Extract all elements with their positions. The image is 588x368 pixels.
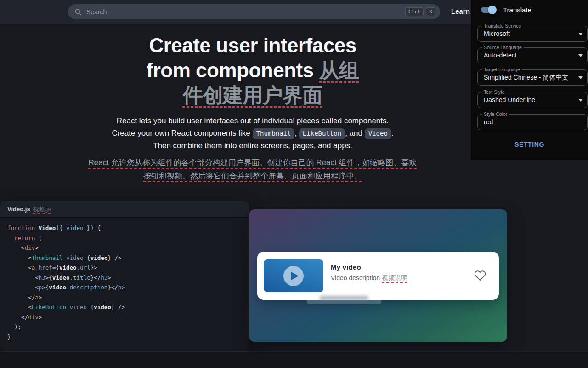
code-line: } bbox=[7, 332, 249, 342]
chevron-down-icon bbox=[578, 99, 583, 102]
field-label: Style Color bbox=[482, 111, 509, 117]
like-heart-icon[interactable] bbox=[474, 270, 486, 282]
field-value: red bbox=[484, 118, 576, 126]
field-label: Source Language bbox=[482, 45, 524, 50]
hero-text-3: Then combine them into entire screens, p… bbox=[153, 141, 352, 150]
field-value: Auto-detect bbox=[484, 52, 576, 59]
kbd-ctrl: Ctrl bbox=[405, 7, 424, 16]
code-line: <h3>{video.title}</h3> bbox=[7, 273, 249, 283]
hero-sep-3: . bbox=[391, 129, 394, 138]
preview-panel: My video Video description 视频说明 bbox=[249, 209, 507, 342]
code-line: <p>{video.description}</p> bbox=[7, 282, 249, 293]
title-cn-part2: 件创建用户界面 bbox=[183, 84, 323, 106]
code-line: return ( bbox=[7, 233, 249, 243]
title-en-line2: from components bbox=[147, 59, 319, 81]
text-style-select[interactable]: Text Style Dashed Underline bbox=[477, 92, 588, 108]
hero-cn-translation: React 允许您从称为组件的各个部分构建用户界面。创建你自己的 React 组… bbox=[87, 156, 418, 183]
chevron-down-icon bbox=[578, 54, 583, 57]
title-cn-part1: 从组 bbox=[319, 59, 359, 81]
source-language-select[interactable]: Source Language Auto-detect bbox=[477, 47, 588, 63]
code-line: </div> bbox=[7, 312, 249, 322]
code-line: </a> bbox=[7, 293, 249, 303]
chevron-down-icon bbox=[578, 33, 583, 35]
code-line: function Video({ video }) { bbox=[7, 223, 249, 233]
hero-sep-1: , bbox=[294, 129, 299, 138]
play-icon bbox=[283, 265, 304, 287]
editor-tab-filename-cn: 视频.js bbox=[33, 205, 51, 213]
field-value: Simplified Chinese - 简体中文 bbox=[484, 74, 576, 82]
field-label: Translate Service bbox=[482, 23, 523, 29]
codechip-likebutton: LikeButton bbox=[299, 128, 345, 139]
chevron-down-icon bbox=[578, 76, 583, 79]
code-line: <LikeButton video={video} /> bbox=[7, 302, 249, 312]
page-title: Create user interfaces from components 从… bbox=[0, 33, 505, 108]
code-line: <div> bbox=[7, 243, 249, 253]
video-title: My video bbox=[331, 263, 407, 271]
code-area[interactable]: function Video({ video }) { return ( <di… bbox=[0, 218, 249, 342]
video-description-en: Video description bbox=[331, 274, 382, 282]
translate-service-select[interactable]: Translate Service Microsoft bbox=[477, 26, 588, 42]
search-input[interactable]: Search Ctrl K bbox=[68, 4, 440, 19]
setting-button[interactable]: SETTING bbox=[471, 141, 588, 148]
translate-toggle-label: Translate bbox=[503, 6, 531, 14]
hero-paragraph: React lets you build user interfaces out… bbox=[87, 115, 418, 183]
nav-link-learn[interactable]: Learn bbox=[451, 7, 470, 15]
hero-text-2: Create your own React components like bbox=[112, 129, 252, 138]
hero-sep-2: , and bbox=[345, 129, 365, 138]
search-icon bbox=[74, 8, 82, 16]
target-language-select[interactable]: Target Language Simplified Chinese - 简体中… bbox=[477, 69, 588, 86]
field-value: Dashed Underline bbox=[484, 96, 576, 104]
codechip-video: Video bbox=[365, 128, 391, 139]
style-color-input[interactable]: Style Color red bbox=[477, 114, 588, 130]
video-description: Video description 视频说明 bbox=[331, 274, 407, 282]
video-description-cn: 视频说明 bbox=[382, 274, 407, 282]
video-thumbnail[interactable] bbox=[264, 259, 323, 292]
field-value: Microsoft bbox=[484, 30, 576, 37]
translate-panel: Translate Translate Service Microsoft So… bbox=[471, 0, 588, 160]
field-label: Target Language bbox=[482, 67, 522, 72]
faded-tooltip bbox=[307, 293, 381, 304]
code-line: ); bbox=[7, 322, 249, 332]
video-text-block: My video Video description 视频说明 bbox=[331, 263, 407, 282]
hero-text-1: React lets you build user interfaces out… bbox=[117, 116, 389, 125]
kbd-k: K bbox=[426, 7, 435, 16]
field-label: Text Style bbox=[482, 89, 507, 95]
translate-toggle[interactable] bbox=[481, 5, 497, 14]
next-section-strip bbox=[0, 351, 588, 368]
faded-tooltip-text bbox=[320, 296, 368, 300]
code-line: <Thumbnail video={video} /> bbox=[7, 253, 249, 263]
editor-tab-filename[interactable]: Video.js bbox=[7, 206, 30, 213]
toggle-thumb bbox=[488, 6, 497, 14]
code-line: <a href={video.url}> bbox=[7, 263, 249, 273]
codechip-thumbnail: Thumbnail bbox=[253, 128, 295, 139]
title-en-line1: Create user interfaces bbox=[149, 34, 356, 57]
editor-tabbar: Video.js 视频.js bbox=[0, 201, 249, 218]
search-placeholder: Search bbox=[86, 8, 403, 16]
code-editor-panel: Video.js 视频.js function Video({ video })… bbox=[0, 201, 249, 351]
